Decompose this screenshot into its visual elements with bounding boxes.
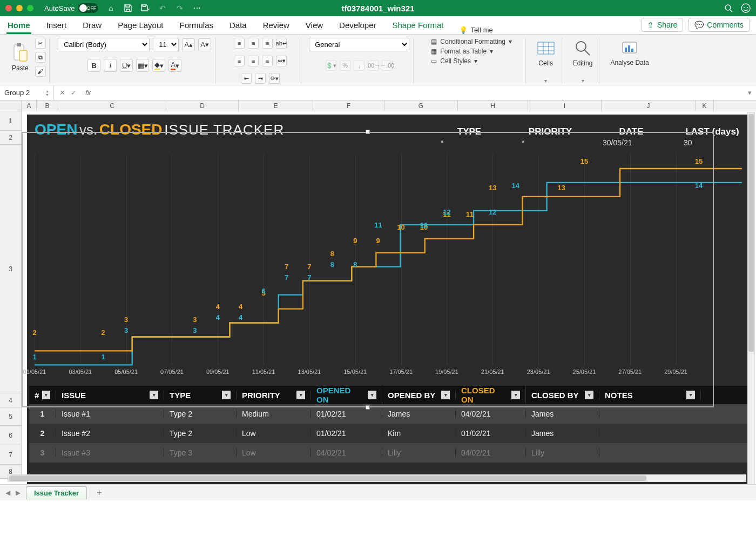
decrease-indent-icon[interactable]: ⇤ bbox=[241, 73, 252, 84]
share-button[interactable]: ⇪Share bbox=[642, 18, 683, 32]
tab-developer[interactable]: Developer bbox=[338, 17, 377, 34]
col-B[interactable]: B bbox=[37, 100, 58, 111]
tracker-chart[interactable]: 01/05/2103/05/2105/05/2107/05/2109/05/21… bbox=[29, 149, 747, 381]
align-center-icon[interactable]: ≡ bbox=[248, 56, 259, 66]
align-right-icon[interactable]: ≡ bbox=[262, 56, 273, 66]
name-box-stepper[interactable]: ▲▼ bbox=[45, 89, 49, 97]
sheet-tab[interactable]: Issue Tracker bbox=[26, 486, 87, 499]
filter-last-value[interactable]: 30 bbox=[683, 138, 742, 147]
col-D[interactable]: D bbox=[166, 100, 239, 111]
increase-indent-icon[interactable]: ⇥ bbox=[255, 73, 266, 84]
horizontal-scrollbar[interactable] bbox=[8, 474, 746, 482]
td-opened_by[interactable]: Lilly bbox=[382, 448, 456, 457]
analyse-data-button[interactable]: Analyse Data bbox=[607, 38, 652, 68]
col-I[interactable]: I bbox=[528, 100, 602, 111]
redo-icon[interactable]: ↷ bbox=[175, 3, 185, 13]
selection-handle[interactable] bbox=[366, 405, 370, 410]
fx-label[interactable]: fx bbox=[82, 89, 91, 97]
comma-format-icon[interactable]: , bbox=[354, 60, 364, 71]
fullscreen-window-icon[interactable] bbox=[27, 5, 33, 11]
autosave-toggle[interactable]: AutoSave OFF bbox=[44, 3, 98, 13]
col-J[interactable]: J bbox=[602, 100, 696, 111]
increase-font-icon[interactable]: A▴ bbox=[182, 38, 195, 51]
td-opened_by[interactable]: James bbox=[382, 410, 456, 418]
filter-icon[interactable]: ▾ bbox=[686, 391, 695, 399]
fill-color-button[interactable]: ◆▾ bbox=[152, 59, 165, 72]
more-icon[interactable]: ⋯ bbox=[192, 3, 202, 13]
td-type[interactable]: Type 3 bbox=[164, 448, 237, 457]
home-icon[interactable]: ⌂ bbox=[106, 3, 116, 13]
td-closed_by[interactable]: James bbox=[526, 410, 599, 418]
align-middle-icon[interactable]: ≡ bbox=[248, 38, 259, 49]
bold-button[interactable]: B bbox=[87, 59, 100, 72]
th-opened-on[interactable]: OPENED ON▾ bbox=[311, 386, 382, 404]
decrease-decimal-icon[interactable]: ←.00 bbox=[382, 60, 393, 71]
td-num[interactable]: 1 bbox=[29, 410, 56, 418]
th-type[interactable]: TYPE▾ bbox=[164, 391, 237, 400]
td-issue[interactable]: Issue #3 bbox=[56, 448, 164, 457]
col-C[interactable]: C bbox=[58, 100, 166, 111]
tab-insert[interactable]: Insert bbox=[45, 17, 68, 34]
align-left-icon[interactable]: ≡ bbox=[234, 56, 245, 66]
col-K[interactable]: K bbox=[696, 100, 714, 111]
filter-icon[interactable]: ▾ bbox=[368, 391, 376, 399]
accounting-format-icon[interactable]: 💲▾ bbox=[326, 60, 336, 71]
col-F[interactable]: F bbox=[313, 100, 384, 111]
align-bottom-icon[interactable]: ≡ bbox=[262, 38, 273, 49]
save-icon[interactable] bbox=[123, 3, 133, 13]
td-closed_on[interactable]: 01/02/21 bbox=[456, 429, 526, 438]
borders-button[interactable]: ▦▾ bbox=[136, 59, 149, 72]
selection-handle[interactable] bbox=[366, 130, 370, 134]
td-closed_on[interactable]: 04/02/21 bbox=[456, 448, 526, 457]
number-format-select[interactable]: General bbox=[309, 38, 409, 51]
undo-icon[interactable]: ↶ bbox=[158, 3, 167, 13]
close-window-icon[interactable] bbox=[5, 5, 12, 11]
col-A[interactable]: A bbox=[22, 100, 37, 111]
align-top-icon[interactable]: ≡ bbox=[234, 38, 245, 49]
cells-button[interactable]: Cells bbox=[534, 38, 558, 68]
underline-button[interactable]: U▾ bbox=[120, 59, 133, 72]
row-6[interactable]: 6 bbox=[0, 426, 22, 445]
add-sheet-icon[interactable]: + bbox=[92, 488, 106, 498]
select-all-corner[interactable] bbox=[0, 100, 22, 111]
sheet-nav-prev-icon[interactable]: ◀ bbox=[5, 489, 10, 497]
tab-formulas[interactable]: Formulas bbox=[178, 17, 214, 34]
conditional-formatting-button[interactable]: ▤Conditional Formatting▾ bbox=[431, 38, 512, 45]
filter-date-value[interactable]: 30/05/21 bbox=[602, 138, 661, 147]
formula-expand-icon[interactable]: ▾ bbox=[744, 89, 756, 97]
td-opened_by[interactable]: Kim bbox=[382, 429, 456, 438]
row-2[interactable]: 2 bbox=[0, 131, 22, 145]
grid[interactable]: OPEN vs. CLOSED ISSUE TRACKER TYPE* PRIO… bbox=[22, 111, 756, 500]
cancel-formula-icon[interactable]: ✕ bbox=[59, 89, 65, 97]
row-3[interactable]: 3 bbox=[0, 145, 22, 393]
filter-icon[interactable]: ▾ bbox=[585, 391, 593, 399]
td-closed_by[interactable]: James bbox=[526, 429, 599, 438]
save-as-icon[interactable] bbox=[140, 3, 150, 13]
table-row[interactable]: 2Issue #2Type 2Low01/02/21Kim01/02/21Jam… bbox=[29, 424, 747, 443]
th-opened-by[interactable]: OPENED BY▾ bbox=[382, 391, 456, 400]
td-num[interactable]: 3 bbox=[29, 448, 56, 457]
tab-home[interactable]: Home bbox=[6, 17, 31, 34]
editing-button[interactable]: Editing bbox=[570, 38, 596, 68]
percent-format-icon[interactable]: % bbox=[340, 60, 350, 71]
sheet-nav-next-icon[interactable]: ▶ bbox=[16, 489, 21, 497]
orientation-icon[interactable]: ⟳▾ bbox=[269, 73, 280, 84]
col-E[interactable]: E bbox=[239, 100, 313, 111]
scroll-thumb[interactable] bbox=[748, 114, 754, 352]
cell-styles-button[interactable]: ▭Cell Styles▾ bbox=[431, 57, 512, 65]
col-H[interactable]: H bbox=[458, 100, 528, 111]
th-closed-on[interactable]: CLOSED ON▾ bbox=[456, 386, 526, 404]
merge-icon[interactable]: ⇔▾ bbox=[276, 56, 287, 66]
format-painter-icon[interactable]: 🖌 bbox=[35, 66, 46, 77]
th-issue[interactable]: ISSUE▾ bbox=[56, 391, 164, 400]
filter-icon[interactable]: ▾ bbox=[222, 391, 231, 399]
filter-priority-value[interactable]: * bbox=[521, 138, 580, 147]
td-type[interactable]: Type 2 bbox=[164, 410, 237, 418]
table-row[interactable]: 1Issue #1Type 2Medium01/02/21James04/02/… bbox=[29, 404, 747, 424]
td-opened_on[interactable]: 04/02/21 bbox=[311, 448, 382, 457]
filter-icon[interactable]: ▾ bbox=[42, 391, 50, 399]
tell-me[interactable]: 💡 Tell me bbox=[459, 26, 493, 34]
search-icon[interactable] bbox=[724, 3, 733, 13]
filter-icon[interactable]: ▾ bbox=[441, 391, 450, 399]
tab-view[interactable]: View bbox=[305, 17, 324, 34]
